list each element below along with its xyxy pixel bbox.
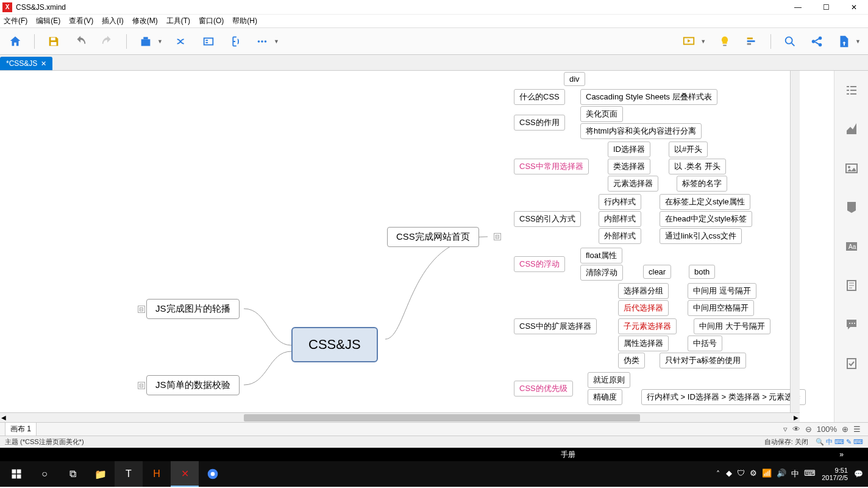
leaf-child-selector[interactable]: 子元素选择器 (618, 318, 677, 334)
menu-edit[interactable]: 编辑(E) (36, 16, 60, 26)
idea-button[interactable] (717, 34, 733, 49)
leaf-external-desc[interactable]: 通过link引入css文件 (660, 228, 742, 244)
leaf-specificity[interactable]: 精确度 (588, 389, 622, 405)
leaf-id-selector[interactable]: ID选择器 (608, 142, 650, 157)
expand-toggle[interactable]: ⊟ (138, 382, 145, 389)
leaf-id-hash[interactable]: 以#开头 (669, 142, 708, 157)
chevron-icon[interactable]: » (839, 450, 844, 459)
sheet-tab[interactable]: 画布 1 (5, 422, 37, 436)
topic-js-carousel[interactable]: JS完成图片的轮播 (146, 299, 240, 319)
minimize-button[interactable]: — (784, 0, 812, 15)
tray-app-icon[interactable]: ◆ (726, 468, 732, 479)
topic-what-css[interactable]: 什么的CSS (514, 89, 565, 105)
leaf-clear[interactable]: clear (643, 265, 671, 279)
leaf-class-dot[interactable]: 以 .类名 开头 (669, 159, 726, 174)
scroll-right-icon[interactable]: ▶ (794, 414, 799, 421)
save-button[interactable] (46, 34, 62, 49)
boundary-button[interactable] (201, 34, 216, 49)
leaf-float-attr[interactable]: float属性 (580, 248, 622, 264)
app-t-button[interactable]: T (115, 461, 143, 487)
relationship-button[interactable] (174, 34, 190, 49)
format-icon[interactable] (844, 122, 859, 137)
leaf-pseudo[interactable]: 伪类 (618, 353, 645, 368)
leaf-div[interactable]: div (564, 72, 585, 86)
leaf-attr-selector[interactable]: 属性选择器 (618, 336, 669, 351)
cortana-button[interactable]: ○ (30, 461, 59, 487)
leaf-tag-name[interactable]: 标签的名字 (677, 176, 727, 192)
central-topic[interactable]: CSS&JS (291, 327, 378, 362)
leaf-class-selector[interactable]: 类选择器 (608, 159, 650, 174)
leaf-inline-desc[interactable]: 在标签上定义style属性 (660, 194, 750, 210)
menu-window[interactable]: 窗口(O) (199, 16, 224, 26)
font-icon[interactable]: Aa (844, 239, 859, 254)
tab-close-icon[interactable]: ✕ (41, 60, 46, 68)
scroll-thumb[interactable] (244, 414, 640, 422)
topic-css-float[interactable]: CSS的浮动 (514, 256, 565, 272)
leaf-attr-desc[interactable]: 中括号 (688, 336, 722, 351)
notes-icon[interactable] (844, 278, 859, 293)
share-button[interactable] (809, 34, 825, 49)
leaf-cascading[interactable]: Cascading Style Sheets 层叠样式表 (580, 89, 717, 105)
leaf-descendant-desc[interactable]: 中间用空格隔开 (688, 300, 754, 316)
app-h-button[interactable]: H (143, 461, 171, 487)
leaf-specificity-order[interactable]: 行内样式 > ID选择器 > 类选择器 > 元素选择 (641, 389, 806, 405)
topic-css-priority[interactable]: CSS的优先级 (514, 381, 573, 396)
topic-css-ext-selectors[interactable]: CSS中的扩展选择器 (514, 318, 597, 334)
manual-label[interactable]: 手册 (561, 450, 575, 460)
tray-network-icon[interactable]: 📶 (762, 468, 772, 479)
summary-button[interactable] (227, 34, 243, 49)
maximize-button[interactable]: ☐ (812, 0, 840, 15)
leaf-group-desc[interactable]: 中间用 逗号隔开 (688, 283, 756, 299)
upload-button[interactable] (836, 34, 852, 49)
notifications-icon[interactable]: 💬 (854, 470, 863, 478)
zoom-in-icon[interactable]: ⊕ (842, 425, 848, 434)
mindmap-canvas[interactable]: CSS&JS ⊟ JS完成图片的轮播 ⊟ JS简单的数据校验 CSS完成网站首页… (0, 71, 834, 422)
clock[interactable]: 9:51 2017/2/5 (822, 467, 848, 481)
fit-icon[interactable]: ☰ (853, 425, 861, 434)
dropdown-icon[interactable]: ▼ (855, 38, 861, 45)
leaf-both[interactable]: both (689, 265, 715, 279)
menu-modify[interactable]: 修改(M) (132, 16, 158, 26)
close-button[interactable]: ✕ (840, 0, 868, 15)
chrome-button[interactable] (199, 461, 227, 487)
task-view-button[interactable]: ⧉ (59, 461, 87, 487)
dropdown-icon[interactable]: ▼ (700, 38, 706, 45)
leaf-group-selector[interactable]: 选择器分组 (618, 283, 669, 299)
start-button[interactable] (2, 461, 30, 487)
xmind-task-button[interactable]: ✕ (171, 461, 199, 487)
marker-icon[interactable] (844, 200, 859, 215)
search-button[interactable] (782, 34, 798, 49)
menu-view[interactable]: 查看(V) (69, 16, 93, 26)
more-button[interactable] (254, 34, 270, 49)
dropdown-icon[interactable]: ▼ (274, 38, 279, 45)
topic-js-validation[interactable]: JS简单的数据校验 (146, 375, 240, 395)
expand-toggle[interactable]: ⊟ (138, 306, 145, 313)
document-tab[interactable]: *CSS&JS ✕ (0, 57, 52, 70)
tray-settings-icon[interactable]: ⚙ (750, 468, 757, 479)
task-icon[interactable] (844, 356, 859, 371)
dropdown-icon[interactable]: ▼ (157, 38, 163, 45)
leaf-descendant-selector[interactable]: 后代选择器 (618, 300, 669, 316)
leaf-separate[interactable]: 将html内容和美化内容进行分离 (580, 123, 702, 139)
undo-button[interactable] (73, 34, 88, 49)
topic-css-import[interactable]: CSS的引入方式 (514, 211, 581, 227)
leaf-element-selector[interactable]: 元素选择器 (608, 176, 658, 192)
export-button[interactable] (138, 34, 154, 49)
tray-volume-icon[interactable]: 🔊 (777, 468, 786, 479)
redo-button[interactable] (99, 34, 115, 49)
outline-icon[interactable] (844, 83, 859, 98)
tray-ime-icon[interactable]: 中 (791, 468, 799, 479)
leaf-beautify[interactable]: 美化页面 (580, 106, 623, 122)
horizontal-scrollbar[interactable]: ◀ ▶ (0, 412, 800, 422)
menu-tools[interactable]: 工具(T) (166, 16, 190, 26)
tray-expand-icon[interactable]: ˄ (716, 470, 720, 478)
explorer-button[interactable]: 📁 (87, 461, 115, 487)
leaf-clear-float[interactable]: 清除浮动 (580, 265, 623, 281)
comments-icon[interactable] (844, 317, 859, 332)
ime-indicator[interactable]: 🔍 中 ⌨ ✎ ⌨ (816, 437, 863, 447)
scroll-left-icon[interactable]: ◀ (1, 414, 6, 421)
vertical-scrollbar[interactable] (790, 71, 800, 412)
presentation-button[interactable] (681, 34, 697, 49)
filter-icon[interactable]: ▿ (783, 425, 788, 434)
leaf-inline-style[interactable]: 行内样式 (599, 194, 641, 210)
